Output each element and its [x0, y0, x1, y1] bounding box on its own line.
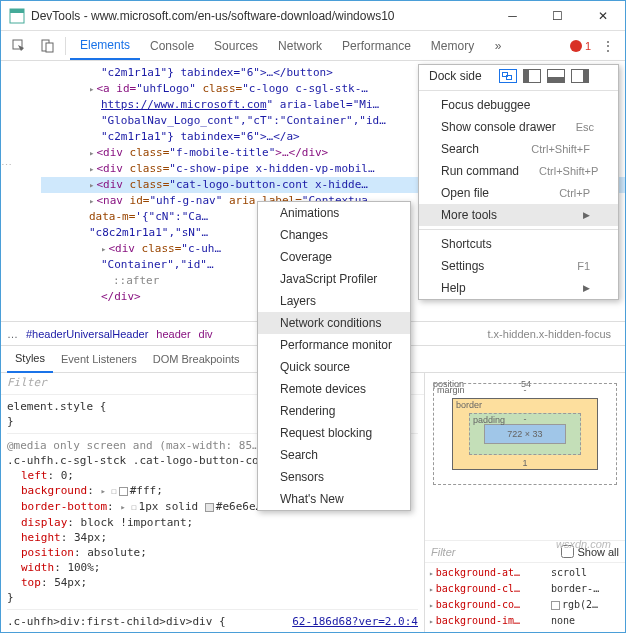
close-button[interactable]: ✕	[580, 1, 625, 31]
menu-help[interactable]: Help▶	[419, 277, 618, 299]
menu-run-command[interactable]: Run commandCtrl+Shift+P	[419, 160, 618, 182]
mt-remote-devices[interactable]: Remote devices	[258, 378, 410, 400]
dock-side-row: Dock side	[419, 65, 618, 87]
source-link[interactable]: 62-186d68?ver=2.0:4	[292, 614, 418, 629]
maximize-button[interactable]: ☐	[535, 1, 580, 31]
box-model[interactable]: position 54 margin - border 1 padding - …	[425, 373, 625, 540]
mt-rendering[interactable]: Rendering	[258, 400, 410, 422]
menu-shortcuts[interactable]: Shortcuts	[419, 233, 618, 255]
window-titlebar: DevTools - www.microsoft.com/en-us/softw…	[1, 1, 625, 31]
tab-sources[interactable]: Sources	[204, 31, 268, 60]
computed-props[interactable]: background-at…scroll background-cl…borde…	[425, 562, 625, 632]
tab-performance[interactable]: Performance	[332, 31, 421, 60]
mt-js-profiler[interactable]: JavaScript Profiler	[258, 268, 410, 290]
watermark: wsxdn.com	[556, 538, 611, 550]
main-toolbar: Elements Console Sources Network Perform…	[1, 31, 625, 61]
devtools-icon	[9, 8, 25, 24]
menu-settings[interactable]: SettingsF1	[419, 255, 618, 277]
tab-styles[interactable]: Styles	[7, 346, 53, 373]
more-tools-submenu: Animations Changes Coverage JavaScript P…	[257, 201, 411, 511]
minimize-button[interactable]: ─	[490, 1, 535, 31]
dock-right-icon[interactable]	[571, 69, 589, 83]
dock-bottom-icon[interactable]	[547, 69, 565, 83]
error-icon	[570, 40, 582, 52]
gutter-dots: ⋯	[1, 159, 12, 172]
inspect-icon[interactable]	[7, 34, 31, 58]
device-icon[interactable]	[35, 34, 59, 58]
computed-pane: position 54 margin - border 1 padding - …	[425, 373, 625, 632]
tab-console[interactable]: Console	[140, 31, 204, 60]
mt-layers[interactable]: Layers	[258, 290, 410, 312]
mt-sensors[interactable]: Sensors	[258, 466, 410, 488]
tab-elements[interactable]: Elements	[70, 31, 140, 60]
mt-whats-new[interactable]: What's New	[258, 488, 410, 510]
mt-search[interactable]: Search	[258, 444, 410, 466]
main-menu: Dock side Focus debuggee Show console dr…	[418, 64, 619, 300]
computed-filter[interactable]: Filter	[431, 546, 455, 558]
tab-memory[interactable]: Memory	[421, 31, 484, 60]
window-title: DevTools - www.microsoft.com/en-us/softw…	[31, 9, 490, 23]
menu-open-file[interactable]: Open fileCtrl+P	[419, 182, 618, 204]
dock-undock-icon[interactable]	[499, 69, 517, 83]
tab-network[interactable]: Network	[268, 31, 332, 60]
settings-menu-button[interactable]: ⋮	[595, 38, 621, 54]
menu-show-console[interactable]: Show console drawerEsc	[419, 116, 618, 138]
href-link[interactable]: https://www.microsoft.com	[101, 98, 267, 111]
menu-search[interactable]: SearchCtrl+Shift+F	[419, 138, 618, 160]
mt-request-blocking[interactable]: Request blocking	[258, 422, 410, 444]
svg-rect-4	[46, 43, 53, 52]
dock-left-icon[interactable]	[523, 69, 541, 83]
mt-coverage[interactable]: Coverage	[258, 246, 410, 268]
svg-rect-1	[10, 9, 24, 13]
mt-changes[interactable]: Changes	[258, 224, 410, 246]
menu-focus-debuggee[interactable]: Focus debuggee	[419, 94, 618, 116]
menu-more-tools[interactable]: More tools▶	[419, 204, 618, 226]
mt-perf-monitor[interactable]: Performance monitor	[258, 334, 410, 356]
tab-dom-breakpoints[interactable]: DOM Breakpoints	[145, 346, 248, 373]
mt-animations[interactable]: Animations	[258, 202, 410, 224]
mt-network-conditions[interactable]: Network conditions	[258, 312, 410, 334]
more-tabs-icon[interactable]: »	[486, 34, 510, 58]
error-indicator[interactable]: 1	[570, 40, 591, 52]
tab-event-listeners[interactable]: Event Listeners	[53, 346, 145, 373]
mt-quick-source[interactable]: Quick source	[258, 356, 410, 378]
